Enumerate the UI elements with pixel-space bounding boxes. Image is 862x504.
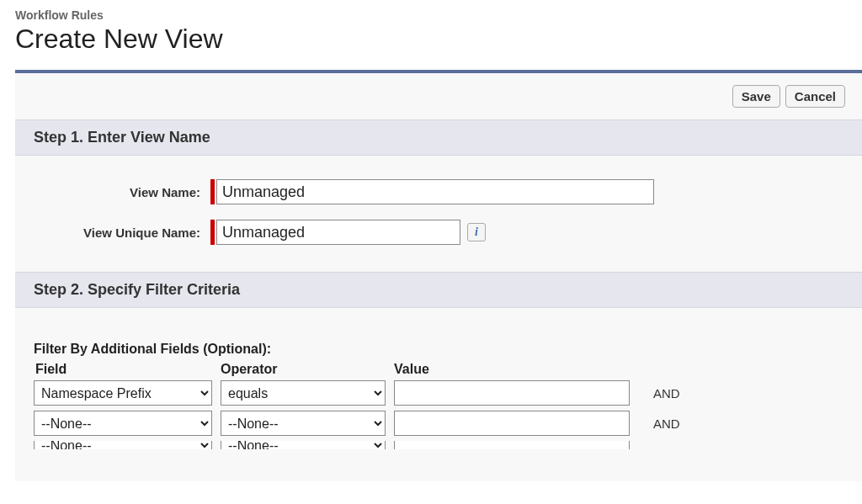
col-header-value: Value — [394, 362, 630, 377]
view-name-row: View Name: — [34, 179, 843, 204]
filter-value-input[interactable] — [394, 380, 630, 406]
view-unique-name-row: View Unique Name: i — [34, 220, 843, 245]
filter-field-select[interactable]: --None-- — [34, 441, 212, 449]
filter-header-row: Field Operator Value — [34, 362, 843, 377]
cancel-button[interactable]: Cancel — [785, 85, 845, 108]
action-bar: Save Cancel — [15, 73, 862, 119]
filter-value-input[interactable] — [394, 441, 630, 449]
filter-operator-select[interactable]: --None-- — [221, 441, 386, 449]
filter-value-input[interactable] — [394, 411, 630, 436]
filter-operator-select[interactable]: equals — [221, 380, 386, 406]
required-indicator — [210, 220, 215, 245]
page-title: Create New View — [15, 24, 862, 55]
step2-body: Filter By Additional Fields (Optional): … — [15, 342, 862, 481]
col-header-operator: Operator — [221, 362, 394, 377]
filter-operator-select[interactable]: --None-- — [221, 411, 386, 436]
filter-conjunction: AND — [653, 386, 680, 401]
filter-heading: Filter By Additional Fields (Optional): — [34, 342, 843, 357]
filter-row: --None-- --None-- AND — [34, 411, 843, 436]
breadcrumb: Workflow Rules — [15, 8, 862, 22]
filter-field-select[interactable]: Namespace Prefix — [34, 380, 212, 406]
filter-field-select[interactable]: --None-- — [34, 411, 212, 436]
filter-row: --None-- --None-- — [34, 441, 843, 449]
view-name-input[interactable] — [216, 179, 654, 204]
step1-body: View Name: View Unique Name: i — [15, 156, 862, 272]
col-header-field: Field — [34, 362, 221, 377]
step2-header: Step 2. Specify Filter Criteria — [15, 272, 862, 308]
step1-header: Step 1. Enter View Name — [15, 119, 862, 156]
required-indicator — [210, 179, 215, 204]
filter-conjunction: AND — [653, 416, 680, 431]
view-panel: Save Cancel Step 1. Enter View Name View… — [15, 70, 862, 481]
save-button[interactable]: Save — [732, 85, 780, 108]
info-icon[interactable]: i — [467, 223, 486, 241]
view-unique-name-label: View Unique Name: — [34, 225, 210, 240]
filter-row: Namespace Prefix equals AND — [34, 380, 843, 406]
view-name-label: View Name: — [34, 185, 210, 199]
view-unique-name-input[interactable] — [216, 220, 460, 245]
